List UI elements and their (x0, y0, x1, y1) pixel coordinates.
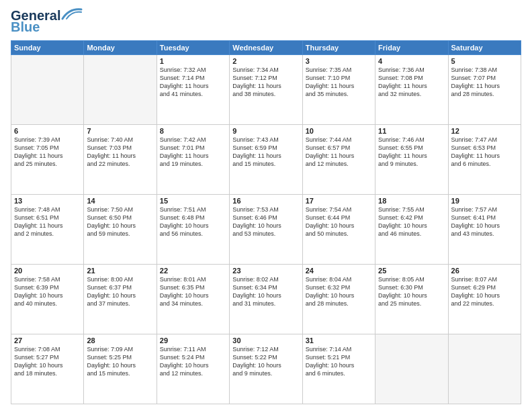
day-number: 21 (87, 267, 153, 275)
day-number: 6 (14, 127, 81, 135)
calendar-cell: 14Sunrise: 7:50 AM Sunset: 6:50 PM Dayli… (84, 195, 157, 265)
day-number: 13 (14, 197, 81, 205)
calendar-cell (84, 55, 157, 125)
day-number: 9 (232, 127, 299, 135)
day-info: Sunrise: 7:55 AM Sunset: 6:42 PM Dayligh… (378, 205, 445, 238)
day-number: 11 (378, 127, 445, 135)
day-info: Sunrise: 7:35 AM Sunset: 7:10 PM Dayligh… (306, 66, 372, 99)
day-info: Sunrise: 8:01 AM Sunset: 6:35 PM Dayligh… (160, 275, 226, 308)
day-number: 14 (87, 197, 153, 205)
day-info: Sunrise: 7:50 AM Sunset: 6:50 PM Dayligh… (87, 205, 153, 238)
weekday-header-saturday: Saturday (448, 41, 521, 55)
day-number: 10 (306, 127, 372, 135)
day-info: Sunrise: 7:44 AM Sunset: 6:57 PM Dayligh… (306, 136, 372, 169)
day-number: 3 (306, 57, 372, 65)
day-info: Sunrise: 8:00 AM Sunset: 6:37 PM Dayligh… (87, 275, 153, 308)
calendar-cell: 31Sunrise: 7:14 AM Sunset: 5:21 PM Dayli… (302, 334, 375, 404)
calendar-header-row: SundayMondayTuesdayWednesdayThursdayFrid… (11, 41, 521, 55)
day-number: 29 (160, 336, 226, 345)
calendar-cell: 27Sunrise: 7:08 AM Sunset: 5:27 PM Dayli… (11, 334, 84, 404)
day-number: 19 (451, 197, 518, 205)
page: General Blue SundayMondayTuesdayWednesda… (0, 0, 532, 411)
day-number: 1 (160, 57, 226, 65)
calendar-cell: 25Sunrise: 8:05 AM Sunset: 6:30 PM Dayli… (375, 265, 448, 334)
logo: General Blue (11, 8, 83, 35)
day-info: Sunrise: 7:14 AM Sunset: 5:21 PM Dayligh… (306, 345, 372, 378)
calendar-week-1: 1Sunrise: 7:32 AM Sunset: 7:14 PM Daylig… (11, 55, 521, 125)
calendar-cell: 28Sunrise: 7:09 AM Sunset: 5:25 PM Dayli… (84, 334, 157, 404)
day-info: Sunrise: 7:42 AM Sunset: 7:01 PM Dayligh… (160, 136, 226, 169)
calendar-cell (11, 55, 84, 125)
calendar-cell: 1Sunrise: 7:32 AM Sunset: 7:14 PM Daylig… (157, 55, 229, 125)
day-info: Sunrise: 7:57 AM Sunset: 6:41 PM Dayligh… (451, 205, 518, 238)
weekday-header-thursday: Thursday (302, 41, 375, 55)
calendar-week-5: 27Sunrise: 7:08 AM Sunset: 5:27 PM Dayli… (11, 334, 521, 404)
day-info: Sunrise: 8:02 AM Sunset: 6:34 PM Dayligh… (232, 275, 299, 308)
weekday-header-wednesday: Wednesday (230, 41, 302, 55)
calendar-cell: 11Sunrise: 7:46 AM Sunset: 6:55 PM Dayli… (375, 125, 448, 195)
day-number: 22 (160, 267, 226, 275)
calendar-week-4: 20Sunrise: 7:58 AM Sunset: 6:39 PM Dayli… (11, 265, 521, 334)
calendar-cell (375, 334, 448, 404)
header: General Blue (11, 8, 521, 35)
day-number: 30 (232, 336, 299, 345)
calendar-cell: 17Sunrise: 7:54 AM Sunset: 6:44 PM Dayli… (302, 195, 375, 265)
day-number: 18 (378, 197, 445, 205)
day-number: 8 (160, 127, 226, 135)
weekday-header-sunday: Sunday (11, 41, 84, 55)
calendar-cell: 15Sunrise: 7:51 AM Sunset: 6:48 PM Dayli… (157, 195, 229, 265)
day-info: Sunrise: 8:07 AM Sunset: 6:29 PM Dayligh… (451, 275, 518, 308)
day-number: 25 (378, 267, 445, 275)
day-info: Sunrise: 7:11 AM Sunset: 5:24 PM Dayligh… (160, 345, 226, 378)
weekday-header-tuesday: Tuesday (157, 41, 229, 55)
calendar-week-3: 13Sunrise: 7:48 AM Sunset: 6:51 PM Dayli… (11, 195, 521, 265)
day-number: 23 (232, 267, 299, 275)
calendar-cell: 10Sunrise: 7:44 AM Sunset: 6:57 PM Dayli… (302, 125, 375, 195)
day-number: 27 (14, 336, 81, 345)
logo-wing-icon (61, 7, 83, 21)
calendar-cell: 20Sunrise: 7:58 AM Sunset: 6:39 PM Dayli… (11, 265, 84, 334)
logo-blue: Blue (11, 19, 40, 35)
calendar-cell: 22Sunrise: 8:01 AM Sunset: 6:35 PM Dayli… (157, 265, 229, 334)
calendar-cell: 16Sunrise: 7:53 AM Sunset: 6:46 PM Dayli… (230, 195, 302, 265)
day-number: 15 (160, 197, 226, 205)
day-info: Sunrise: 7:08 AM Sunset: 5:27 PM Dayligh… (14, 345, 81, 378)
day-number: 31 (306, 336, 372, 345)
calendar-cell: 12Sunrise: 7:47 AM Sunset: 6:53 PM Dayli… (448, 125, 521, 195)
day-info: Sunrise: 7:40 AM Sunset: 7:03 PM Dayligh… (87, 136, 153, 169)
day-info: Sunrise: 7:12 AM Sunset: 5:22 PM Dayligh… (232, 345, 299, 378)
calendar-cell: 4Sunrise: 7:36 AM Sunset: 7:08 PM Daylig… (375, 55, 448, 125)
day-info: Sunrise: 8:05 AM Sunset: 6:30 PM Dayligh… (378, 275, 445, 308)
day-number: 7 (87, 127, 153, 135)
calendar-cell: 21Sunrise: 8:00 AM Sunset: 6:37 PM Dayli… (84, 265, 157, 334)
calendar-cell: 6Sunrise: 7:39 AM Sunset: 7:05 PM Daylig… (11, 125, 84, 195)
day-info: Sunrise: 7:09 AM Sunset: 5:25 PM Dayligh… (87, 345, 153, 378)
calendar-cell: 2Sunrise: 7:34 AM Sunset: 7:12 PM Daylig… (230, 55, 302, 125)
calendar-table: SundayMondayTuesdayWednesdayThursdayFrid… (11, 40, 521, 404)
day-number: 16 (232, 197, 299, 205)
day-info: Sunrise: 7:36 AM Sunset: 7:08 PM Dayligh… (378, 66, 445, 99)
day-info: Sunrise: 7:34 AM Sunset: 7:12 PM Dayligh… (232, 66, 299, 99)
calendar-cell: 30Sunrise: 7:12 AM Sunset: 5:22 PM Dayli… (230, 334, 302, 404)
day-number: 26 (451, 267, 518, 275)
day-info: Sunrise: 7:47 AM Sunset: 6:53 PM Dayligh… (451, 136, 518, 169)
day-number: 12 (451, 127, 518, 135)
calendar-cell: 24Sunrise: 8:04 AM Sunset: 6:32 PM Dayli… (302, 265, 375, 334)
calendar-cell: 13Sunrise: 7:48 AM Sunset: 6:51 PM Dayli… (11, 195, 84, 265)
day-info: Sunrise: 7:58 AM Sunset: 6:39 PM Dayligh… (14, 275, 81, 308)
day-number: 20 (14, 267, 81, 275)
day-info: Sunrise: 7:53 AM Sunset: 6:46 PM Dayligh… (232, 205, 299, 238)
day-info: Sunrise: 7:54 AM Sunset: 6:44 PM Dayligh… (306, 205, 372, 238)
calendar-cell: 5Sunrise: 7:38 AM Sunset: 7:07 PM Daylig… (448, 55, 521, 125)
calendar-cell: 26Sunrise: 8:07 AM Sunset: 6:29 PM Dayli… (448, 265, 521, 334)
calendar-cell: 8Sunrise: 7:42 AM Sunset: 7:01 PM Daylig… (157, 125, 229, 195)
day-number: 24 (306, 267, 372, 275)
day-info: Sunrise: 7:38 AM Sunset: 7:07 PM Dayligh… (451, 66, 518, 99)
day-number: 4 (378, 57, 445, 65)
calendar-cell: 23Sunrise: 8:02 AM Sunset: 6:34 PM Dayli… (230, 265, 302, 334)
day-number: 17 (306, 197, 372, 205)
day-info: Sunrise: 7:43 AM Sunset: 6:59 PM Dayligh… (232, 136, 299, 169)
day-info: Sunrise: 7:46 AM Sunset: 6:55 PM Dayligh… (378, 136, 445, 169)
day-info: Sunrise: 8:04 AM Sunset: 6:32 PM Dayligh… (306, 275, 372, 308)
calendar-cell: 18Sunrise: 7:55 AM Sunset: 6:42 PM Dayli… (375, 195, 448, 265)
